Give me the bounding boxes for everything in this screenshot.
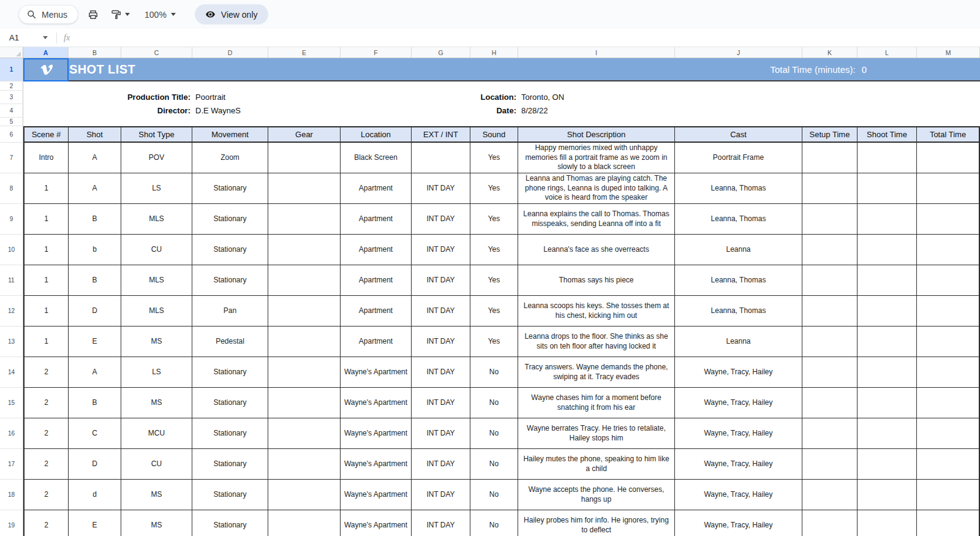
cell-H15[interactable]: No: [470, 388, 518, 418]
column-header-H[interactable]: H: [470, 47, 518, 58]
cell-K18[interactable]: [802, 480, 858, 510]
cell-I17[interactable]: Hailey mutes the phone, speaking to him …: [518, 449, 675, 480]
cell-G13[interactable]: INT DAY: [412, 327, 470, 357]
cell-A11[interactable]: 1: [23, 265, 69, 296]
cell-F10[interactable]: Apartment: [341, 235, 412, 265]
cell-B8[interactable]: A: [69, 173, 121, 204]
production-title-label-cell[interactable]: Production Title:: [23, 91, 192, 104]
cell-L14[interactable]: [858, 357, 917, 388]
cell-G14[interactable]: INT DAY: [412, 357, 470, 388]
cell-B12[interactable]: D: [69, 296, 121, 327]
table-header-D6[interactable]: Movement: [192, 126, 268, 143]
cell-G11[interactable]: INT DAY: [412, 265, 470, 296]
date-label-cell[interactable]: Date:: [341, 104, 518, 118]
cell-J15[interactable]: Wayne, Tracy, Hailey: [675, 388, 802, 418]
row-header-2[interactable]: 2: [0, 81, 23, 91]
cell-F13[interactable]: Apartment: [341, 327, 412, 357]
cell-D7[interactable]: Zoom: [192, 143, 268, 173]
cell-G16[interactable]: INT DAY: [412, 418, 470, 449]
cell-H10[interactable]: Yes: [470, 235, 518, 265]
cell-A17[interactable]: 2: [23, 449, 69, 480]
cell-L19[interactable]: [858, 510, 917, 536]
cell-J16[interactable]: Wayne, Tracy, Hailey: [675, 418, 802, 449]
cell-D9[interactable]: Stationary: [192, 204, 268, 235]
cell-B13[interactable]: E: [69, 327, 121, 357]
cell-F16[interactable]: Wayne's Apartment: [341, 418, 412, 449]
cell-A19[interactable]: 2: [23, 510, 69, 536]
cell-C15[interactable]: MS: [121, 388, 192, 418]
row-header-9[interactable]: 9: [0, 204, 23, 235]
cell-I14[interactable]: Tracy answers. Wayne demands the phone, …: [518, 357, 675, 388]
cell-I12[interactable]: Leanna scoops his keys. She tosses them …: [518, 296, 675, 327]
cell-B15[interactable]: B: [69, 388, 121, 418]
cell-D8[interactable]: Stationary: [192, 173, 268, 204]
cell-C11[interactable]: MLS: [121, 265, 192, 296]
row-header-7[interactable]: 7: [0, 143, 23, 173]
cell-K9[interactable]: [802, 204, 858, 235]
cell-H18[interactable]: No: [470, 480, 518, 510]
cell-E19[interactable]: [268, 510, 341, 536]
cell-M8[interactable]: [917, 173, 980, 204]
cell-D13[interactable]: Pedestal: [192, 327, 268, 357]
cell-M13[interactable]: [917, 327, 980, 357]
cell-K17[interactable]: [802, 449, 858, 480]
row-header-1[interactable]: 1: [0, 58, 23, 81]
cell-G18[interactable]: INT DAY: [412, 480, 470, 510]
row-header-18[interactable]: 18: [0, 480, 23, 510]
cell-B17[interactable]: D: [69, 449, 121, 480]
cell-E15[interactable]: [268, 388, 341, 418]
table-header-C6[interactable]: Shot Type: [121, 126, 192, 143]
cell-H13[interactable]: Yes: [470, 327, 518, 357]
cell-I18[interactable]: Wayne accepts the phone. He converses, h…: [518, 480, 675, 510]
zoom-control[interactable]: 100%: [139, 10, 181, 20]
cell-F19[interactable]: Wayne's Apartment: [341, 510, 412, 536]
column-header-B[interactable]: B: [69, 47, 121, 58]
cell-C18[interactable]: MS: [121, 480, 192, 510]
cell-E7[interactable]: [268, 143, 341, 173]
cell-C7[interactable]: POV: [121, 143, 192, 173]
cell-F7[interactable]: Black Screen: [341, 143, 412, 173]
cell-D18[interactable]: Stationary: [192, 480, 268, 510]
cell-G12[interactable]: INT DAY: [412, 296, 470, 327]
table-header-G6[interactable]: EXT / INT: [412, 126, 470, 143]
cell-E11[interactable]: [268, 265, 341, 296]
cell-I13[interactable]: Leanna drops to the floor. She thinks as…: [518, 327, 675, 357]
cell-M19[interactable]: [917, 510, 980, 536]
cell-E13[interactable]: [268, 327, 341, 357]
cell-A15[interactable]: 2: [23, 388, 69, 418]
cell-C16[interactable]: MCU: [121, 418, 192, 449]
cell-C13[interactable]: MS: [121, 327, 192, 357]
cell-I9[interactable]: Leanna explains the call to Thomas. Thom…: [518, 204, 675, 235]
cell-F12[interactable]: Apartment: [341, 296, 412, 327]
cell-J12[interactable]: Leanna, Thomas: [675, 296, 802, 327]
table-header-K6[interactable]: Setup Time: [802, 126, 858, 143]
cell-K13[interactable]: [802, 327, 858, 357]
cell-L16[interactable]: [858, 418, 917, 449]
cell-J9[interactable]: Leanna, Thomas: [675, 204, 802, 235]
column-header-E[interactable]: E: [268, 47, 341, 58]
cell-A8[interactable]: 1: [23, 173, 69, 204]
cell-E14[interactable]: [268, 357, 341, 388]
cell-L13[interactable]: [858, 327, 917, 357]
cell-F9[interactable]: Apartment: [341, 204, 412, 235]
column-header-D[interactable]: D: [192, 47, 268, 58]
cell-J14[interactable]: Wayne, Tracy, Hailey: [675, 357, 802, 388]
column-header-F[interactable]: F: [341, 47, 412, 58]
cell-K19[interactable]: [802, 510, 858, 536]
row-header-14[interactable]: 14: [0, 357, 23, 388]
cell-F15[interactable]: Wayne's Apartment: [341, 388, 412, 418]
cell-A18[interactable]: 2: [23, 480, 69, 510]
cell-B16[interactable]: C: [69, 418, 121, 449]
cell-J13[interactable]: Leanna: [675, 327, 802, 357]
row-header-6[interactable]: 6: [0, 126, 23, 143]
cell-K10[interactable]: [802, 235, 858, 265]
cell-G19[interactable]: INT DAY: [412, 510, 470, 536]
cell-B9[interactable]: B: [69, 204, 121, 235]
cell-F11[interactable]: Apartment: [341, 265, 412, 296]
table-header-A6[interactable]: Scene #: [23, 126, 69, 143]
table-header-E6[interactable]: Gear: [268, 126, 341, 143]
cell-J17[interactable]: Wayne, Tracy, Hailey: [675, 449, 802, 480]
cell-L10[interactable]: [858, 235, 917, 265]
cell-M12[interactable]: [917, 296, 980, 327]
row-header-10[interactable]: 10: [0, 235, 23, 265]
